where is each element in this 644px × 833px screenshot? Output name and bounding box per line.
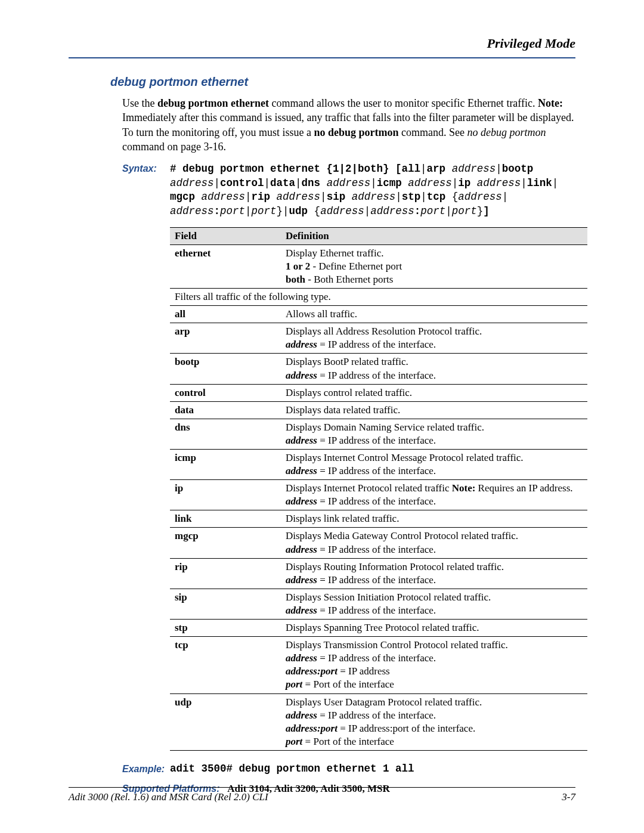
table-field-cell: udp <box>170 693 281 750</box>
table-row: icmpDisplays Internet Control Message Pr… <box>170 450 587 480</box>
table-field-cell: data <box>170 401 281 419</box>
table-definition-cell: Displays Media Gateway Control Protocol … <box>281 528 587 558</box>
table-definition-cell: Displays Internet Protocol related traff… <box>281 480 587 510</box>
field-definition-table: Field Definition ethernetDisplay Etherne… <box>170 227 587 751</box>
table-field-cell: bootp <box>170 354 281 384</box>
table-row: ethernetDisplay Ethernet traffic.1 or 2 … <box>170 244 587 288</box>
table-row: controlDisplays control related traffic. <box>170 384 587 401</box>
intro-paragraph: Use the debug portmon ethernet command a… <box>122 96 575 154</box>
footer-right: 3-7 <box>562 791 575 803</box>
page: Privileged Mode debug portmon ethernet U… <box>0 0 644 833</box>
table-field-cell: arp <box>170 323 281 354</box>
table-definition-cell: Displays all Address Resolution Protocol… <box>281 323 587 354</box>
table-field-cell: dns <box>170 419 281 449</box>
table-field-cell: sip <box>170 589 281 619</box>
table-field-cell: rip <box>170 558 281 589</box>
table-row: arpDisplays all Address Resolution Proto… <box>170 323 587 354</box>
footer: Adit 3000 (Rel. 1.6) and MSR Card (Rel 2… <box>69 787 575 803</box>
table-field-cell: tcp <box>170 637 281 693</box>
table-header-field: Field <box>170 227 281 244</box>
section-title: debug portmon ethernet <box>110 75 575 89</box>
table-row: ipDisplays Internet Protocol related tra… <box>170 480 587 510</box>
syntax-block: Syntax: # debug portmon ethernet {1|2|bo… <box>122 162 575 219</box>
table-row: dnsDisplays Domain Naming Service relate… <box>170 419 587 449</box>
table-row: udpDisplays User Datagram Protocol relat… <box>170 693 587 750</box>
table-definition-cell: Displays data related traffic. <box>281 401 587 419</box>
table-row: stpDisplays Spanning Tree Protocol relat… <box>170 620 587 637</box>
example-block: Example: adit 3500# debug portmon ethern… <box>122 763 575 775</box>
table-field-cell: ethernet <box>170 244 281 288</box>
table-field-cell: stp <box>170 620 281 637</box>
table-row: mgcpDisplays Media Gateway Control Proto… <box>170 528 587 558</box>
table-definition-cell: Displays Transmission Control Protocol r… <box>281 637 587 693</box>
syntax-code: # debug portmon ethernet {1|2|both} [all… <box>170 162 575 219</box>
header-rule <box>69 57 575 58</box>
table-merged-cell: Filters all traffic of the following typ… <box>170 289 587 306</box>
table-field-cell: control <box>170 384 281 401</box>
table-row: Filters all traffic of the following typ… <box>170 289 587 306</box>
table-definition-cell: Displays Domain Naming Service related t… <box>281 419 587 449</box>
syntax-label: Syntax: <box>122 162 170 174</box>
table-definition-cell: Allows all traffic. <box>281 306 587 323</box>
table-row: linkDisplays link related traffic. <box>170 510 587 528</box>
table-header-definition: Definition <box>281 227 587 244</box>
table-field-cell: mgcp <box>170 528 281 558</box>
table-row: allAllows all traffic. <box>170 306 587 323</box>
table-field-cell: icmp <box>170 450 281 480</box>
table-row: sipDisplays Session Initiation Protocol … <box>170 589 587 619</box>
table-row: ripDisplays Routing Information Protocol… <box>170 558 587 589</box>
table-definition-cell: Displays Internet Control Message Protoc… <box>281 450 587 480</box>
field-definition-table-wrap: Field Definition ethernetDisplay Etherne… <box>170 227 575 751</box>
table-definition-cell: Displays Spanning Tree Protocol related … <box>281 620 587 637</box>
table-row: bootpDisplays BootP related traffic.addr… <box>170 354 587 384</box>
table-row: dataDisplays data related traffic. <box>170 401 587 419</box>
table-definition-cell: Display Ethernet traffic.1 or 2 - Define… <box>281 244 587 288</box>
table-definition-cell: Displays Routing Information Protocol re… <box>281 558 587 589</box>
table-field-cell: link <box>170 510 281 528</box>
example-code: adit 3500# debug portmon ethernet 1 all <box>170 763 575 775</box>
table-definition-cell: Displays link related traffic. <box>281 510 587 528</box>
footer-left: Adit 3000 (Rel. 1.6) and MSR Card (Rel 2… <box>69 791 268 803</box>
table-definition-cell: Displays BootP related traffic.address =… <box>281 354 587 384</box>
table-field-cell: all <box>170 306 281 323</box>
table-definition-cell: Displays control related traffic. <box>281 384 587 401</box>
table-definition-cell: Displays Session Initiation Protocol rel… <box>281 589 587 619</box>
table-row: tcpDisplays Transmission Control Protoco… <box>170 637 587 693</box>
example-label: Example: <box>122 763 170 775</box>
table-definition-cell: Displays User Datagram Protocol related … <box>281 693 587 750</box>
page-header-title: Privileged Mode <box>69 36 575 51</box>
table-field-cell: ip <box>170 480 281 510</box>
